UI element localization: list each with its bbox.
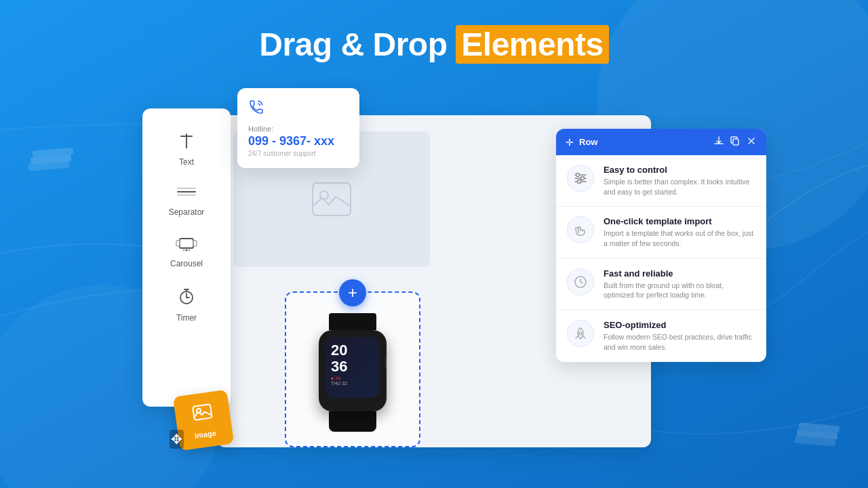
smartwatch-image: 2036 ♥ 78 THU 32 (305, 313, 400, 428)
layers-icon-right (793, 411, 848, 461)
features-panel: ✛ Row (556, 129, 766, 362)
feature-fast-reliable-text: Fast and reliable Built from the ground … (604, 268, 755, 300)
text-label: Text (179, 157, 194, 167)
svg-point-17 (183, 249, 185, 251)
image-card-label: Image (194, 428, 216, 439)
svg-rect-14 (180, 239, 193, 248)
sidebar-item-text[interactable]: Text (149, 122, 224, 176)
sliders-icon (567, 165, 594, 192)
feature-easy-control-text: Easy to control Simple is better than co… (604, 165, 755, 197)
drop-zone[interactable]: + 2036 ♥ 78 THU 32 (285, 291, 420, 447)
feature-easy-control-title: Easy to control (604, 165, 755, 175)
watch-stats: ♥ 78 (331, 376, 374, 381)
watch-time: 2036 (331, 342, 374, 375)
carousel-icon (176, 236, 197, 255)
move-cursor-icon: ✥ (170, 430, 184, 449)
features-header: ✛ Row (556, 129, 766, 155)
svg-rect-27 (733, 139, 738, 145)
feature-seo-desc: Follow modern SEO best practices, drive … (604, 332, 755, 352)
svg-point-18 (186, 249, 188, 251)
hand-icon (567, 216, 594, 243)
carousel-label: Carousel (170, 259, 203, 268)
row-label: Row (579, 137, 708, 147)
header-actions (713, 136, 757, 148)
text-icon (177, 131, 196, 153)
watch-strap-bottom (329, 411, 376, 432)
clock-icon (567, 268, 594, 296)
feature-seo-text: SEO-optimized Follow modern SEO best pra… (604, 320, 755, 352)
title-text-start: Drag & Drop (259, 26, 456, 62)
svg-line-36 (580, 282, 583, 283)
main-content: Hotline: 099 - 9367- xxx 24/7 customer s… (142, 88, 726, 468)
svg-rect-16 (193, 241, 197, 246)
feature-fast-reliable: Fast and reliable Built from the ground … (556, 259, 766, 310)
feature-one-click-text: One-click template import Import a templ… (604, 216, 755, 248)
image-icon (191, 401, 214, 428)
separator-label: Separator (169, 207, 205, 217)
feature-one-click-desc: Import a template that works out of the … (604, 228, 755, 248)
sidebar-item-timer[interactable]: Timer (149, 278, 224, 332)
svg-point-33 (578, 180, 581, 184)
feature-seo-title: SEO-optimized (604, 320, 755, 330)
page-title-section: Drag & Drop Elements (0, 0, 868, 63)
svg-rect-15 (176, 241, 180, 246)
feature-fast-reliable-title: Fast and reliable (604, 268, 755, 279)
copy-action[interactable] (730, 136, 741, 148)
add-element-button[interactable]: + (339, 279, 366, 306)
watch-date: THU 32 (331, 381, 374, 386)
page-title: Drag & Drop Elements (0, 26, 868, 63)
svg-point-37 (579, 332, 582, 335)
move-icon: ✛ (566, 137, 574, 148)
close-action[interactable] (746, 136, 757, 148)
watch-strap-top (329, 313, 376, 330)
svg-point-19 (189, 249, 191, 251)
feature-easy-control: Easy to control Simple is better than co… (556, 155, 766, 207)
feature-fast-reliable-desc: Built from the ground up with no bloat, … (604, 281, 755, 300)
sidebar-item-separator[interactable]: Separator (149, 176, 224, 226)
svg-rect-11 (177, 191, 196, 192)
watch-body: 2036 ♥ 78 THU 32 (319, 330, 387, 411)
title-highlight: Elements (456, 25, 608, 64)
download-action[interactable] (713, 136, 724, 148)
separator-icon (176, 186, 197, 203)
timer-icon (177, 287, 196, 309)
hotline-number: 099 - 9367- xxx (248, 134, 349, 148)
feature-one-click-import: One-click template import Import a templ… (556, 207, 766, 258)
svg-rect-38 (193, 404, 212, 420)
svg-rect-13 (177, 195, 196, 196)
rocket-icon (567, 320, 594, 347)
sidebar-item-carousel[interactable]: Carousel (149, 226, 224, 278)
watch-screen: 2036 ♥ 78 THU 32 (326, 337, 380, 398)
watch-button (385, 357, 387, 369)
sidebar-panel: Text Separator (142, 108, 231, 407)
layers-icon-left (27, 136, 81, 186)
svg-point-31 (581, 177, 585, 180)
feature-one-click-title: One-click template import (604, 216, 755, 226)
feature-easy-control-desc: Simple is better than complex. It looks … (604, 177, 755, 197)
svg-point-29 (576, 174, 580, 177)
svg-rect-12 (177, 188, 196, 189)
hotline-card: Hotline: 099 - 9367- xxx 24/7 customer s… (237, 88, 359, 168)
svg-rect-25 (313, 183, 351, 216)
timer-label: Timer (176, 313, 197, 323)
hotline-label: Hotline: (248, 125, 349, 133)
hotline-support: 24/7 customer support (248, 150, 349, 157)
feature-seo-optimized: SEO-optimized Follow modern SEO best pra… (556, 310, 766, 361)
phone-icon (248, 99, 349, 119)
